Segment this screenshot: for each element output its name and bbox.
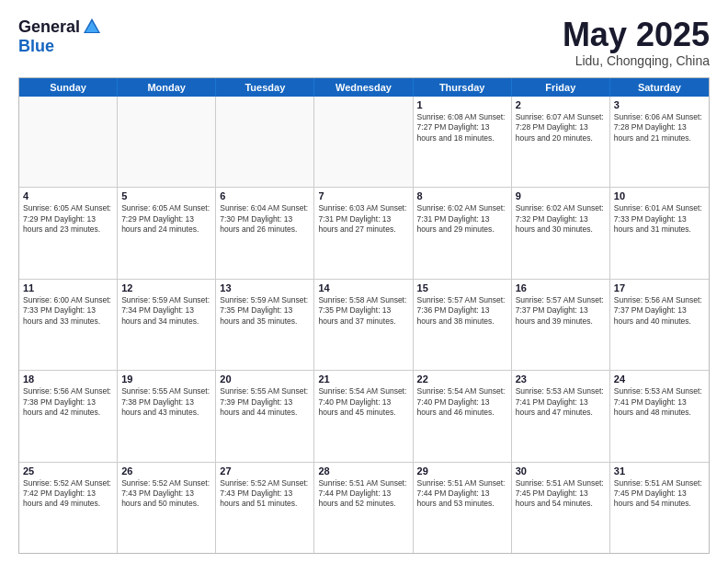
day-number: 11 [23, 282, 113, 293]
table-row: 1Sunrise: 6:08 AM Sunset: 7:27 PM Daylig… [414, 97, 512, 187]
cell-info: Sunrise: 5:51 AM Sunset: 7:45 PM Dayligh… [614, 478, 705, 510]
table-row: 29Sunrise: 5:51 AM Sunset: 7:44 PM Dayli… [414, 463, 512, 553]
month-title: May 2025 [563, 17, 710, 53]
day-number: 9 [516, 190, 606, 201]
day-number: 21 [318, 373, 408, 385]
day-number: 26 [121, 465, 211, 477]
cell-info: Sunrise: 5:57 AM Sunset: 7:37 PM Dayligh… [516, 295, 606, 327]
cell-info: Sunrise: 5:59 AM Sunset: 7:35 PM Dayligh… [220, 295, 310, 327]
dow-saturday: Saturday [610, 78, 709, 97]
day-number: 20 [220, 373, 310, 385]
cell-info: Sunrise: 6:06 AM Sunset: 7:28 PM Dayligh… [614, 112, 705, 144]
day-number: 16 [516, 282, 606, 293]
table-row: 26Sunrise: 5:52 AM Sunset: 7:43 PM Dayli… [118, 463, 216, 553]
table-row: 31Sunrise: 5:51 AM Sunset: 7:45 PM Dayli… [610, 463, 709, 553]
day-number: 31 [614, 465, 705, 477]
cell-info: Sunrise: 6:07 AM Sunset: 7:28 PM Dayligh… [516, 112, 606, 144]
cell-info: Sunrise: 5:52 AM Sunset: 7:43 PM Dayligh… [121, 478, 211, 510]
table-row: 18Sunrise: 5:56 AM Sunset: 7:38 PM Dayli… [19, 371, 118, 461]
dow-monday: Monday [118, 78, 216, 97]
table-row [314, 97, 413, 187]
day-number: 10 [614, 190, 705, 201]
table-row: 7Sunrise: 6:03 AM Sunset: 7:31 PM Daylig… [314, 188, 413, 278]
day-number: 30 [516, 465, 606, 477]
table-row: 8Sunrise: 6:02 AM Sunset: 7:31 PM Daylig… [414, 188, 512, 278]
day-number: 2 [516, 99, 606, 110]
cell-info: Sunrise: 5:57 AM Sunset: 7:36 PM Dayligh… [417, 295, 507, 327]
day-number: 22 [417, 373, 507, 385]
cell-info: Sunrise: 5:59 AM Sunset: 7:34 PM Dayligh… [121, 295, 211, 327]
table-row: 19Sunrise: 5:55 AM Sunset: 7:38 PM Dayli… [118, 371, 216, 461]
day-number: 28 [318, 465, 408, 477]
day-number: 4 [23, 190, 113, 201]
cell-info: Sunrise: 5:51 AM Sunset: 7:45 PM Dayligh… [516, 478, 606, 510]
day-number: 24 [614, 373, 705, 385]
week-row-5: 25Sunrise: 5:52 AM Sunset: 7:42 PM Dayli… [19, 463, 709, 553]
day-number: 3 [614, 99, 705, 110]
table-row: 2Sunrise: 6:07 AM Sunset: 7:28 PM Daylig… [512, 97, 610, 187]
table-row [118, 97, 216, 187]
cell-info: Sunrise: 5:52 AM Sunset: 7:43 PM Dayligh… [220, 478, 310, 510]
table-row: 23Sunrise: 5:53 AM Sunset: 7:41 PM Dayli… [512, 371, 610, 461]
table-row: 13Sunrise: 5:59 AM Sunset: 7:35 PM Dayli… [216, 280, 314, 370]
cell-info: Sunrise: 5:56 AM Sunset: 7:38 PM Dayligh… [23, 386, 113, 418]
cell-info: Sunrise: 6:02 AM Sunset: 7:31 PM Dayligh… [417, 203, 507, 235]
cell-info: Sunrise: 5:58 AM Sunset: 7:35 PM Dayligh… [318, 295, 408, 327]
day-number: 15 [417, 282, 507, 293]
cell-info: Sunrise: 6:01 AM Sunset: 7:33 PM Dayligh… [614, 203, 705, 235]
day-number: 23 [516, 373, 606, 385]
logo-general-text: General [18, 17, 80, 37]
cell-info: Sunrise: 5:54 AM Sunset: 7:40 PM Dayligh… [417, 386, 507, 418]
dow-wednesday: Wednesday [314, 78, 413, 97]
table-row: 5Sunrise: 6:05 AM Sunset: 7:29 PM Daylig… [118, 188, 216, 278]
cell-info: Sunrise: 6:03 AM Sunset: 7:31 PM Dayligh… [318, 203, 408, 235]
cell-info: Sunrise: 6:04 AM Sunset: 7:30 PM Dayligh… [220, 203, 310, 235]
dow-sunday: Sunday [19, 78, 118, 97]
table-row: 28Sunrise: 5:51 AM Sunset: 7:44 PM Dayli… [314, 463, 413, 553]
day-number: 14 [318, 282, 408, 293]
logo-blue-text: Blue [18, 37, 54, 55]
day-number: 13 [220, 282, 310, 293]
dow-tuesday: Tuesday [216, 78, 314, 97]
cell-info: Sunrise: 6:08 AM Sunset: 7:27 PM Dayligh… [417, 112, 507, 144]
dow-friday: Friday [512, 78, 610, 97]
dow-thursday: Thursday [414, 78, 512, 97]
table-row: 3Sunrise: 6:06 AM Sunset: 7:28 PM Daylig… [610, 97, 709, 187]
week-row-3: 11Sunrise: 6:00 AM Sunset: 7:33 PM Dayli… [19, 280, 709, 371]
logo: General Blue [18, 17, 102, 56]
cell-info: Sunrise: 5:53 AM Sunset: 7:41 PM Dayligh… [614, 386, 705, 418]
day-number: 27 [220, 465, 310, 477]
calendar-header: Sunday Monday Tuesday Wednesday Thursday… [19, 78, 709, 97]
day-number: 6 [220, 190, 310, 201]
logo-icon [82, 17, 102, 37]
table-row: 12Sunrise: 5:59 AM Sunset: 7:34 PM Dayli… [118, 280, 216, 370]
cell-info: Sunrise: 5:55 AM Sunset: 7:38 PM Dayligh… [121, 386, 211, 418]
cell-info: Sunrise: 5:54 AM Sunset: 7:40 PM Dayligh… [318, 386, 408, 418]
cell-info: Sunrise: 5:51 AM Sunset: 7:44 PM Dayligh… [318, 478, 408, 510]
day-number: 19 [121, 373, 211, 385]
day-number: 17 [614, 282, 705, 293]
table-row: 10Sunrise: 6:01 AM Sunset: 7:33 PM Dayli… [610, 188, 709, 278]
cell-info: Sunrise: 6:05 AM Sunset: 7:29 PM Dayligh… [121, 203, 211, 235]
table-row: 24Sunrise: 5:53 AM Sunset: 7:41 PM Dayli… [610, 371, 709, 461]
table-row: 15Sunrise: 5:57 AM Sunset: 7:36 PM Dayli… [414, 280, 512, 370]
week-row-1: 1Sunrise: 6:08 AM Sunset: 7:27 PM Daylig… [19, 97, 709, 188]
table-row: 25Sunrise: 5:52 AM Sunset: 7:42 PM Dayli… [19, 463, 118, 553]
cell-info: Sunrise: 5:53 AM Sunset: 7:41 PM Dayligh… [516, 386, 606, 418]
page: General Blue May 2025 Lidu, Chongqing, C… [0, 0, 728, 563]
cell-info: Sunrise: 6:02 AM Sunset: 7:32 PM Dayligh… [516, 203, 606, 235]
cell-info: Sunrise: 6:00 AM Sunset: 7:33 PM Dayligh… [23, 295, 113, 327]
table-row [19, 97, 118, 187]
table-row: 16Sunrise: 5:57 AM Sunset: 7:37 PM Dayli… [512, 280, 610, 370]
table-row: 17Sunrise: 5:56 AM Sunset: 7:37 PM Dayli… [610, 280, 709, 370]
table-row [216, 97, 314, 187]
day-number: 1 [417, 99, 507, 110]
day-number: 29 [417, 465, 507, 477]
calendar-body: 1Sunrise: 6:08 AM Sunset: 7:27 PM Daylig… [19, 97, 709, 553]
location: Lidu, Chongqing, China [563, 53, 710, 68]
title-block: May 2025 Lidu, Chongqing, China [563, 17, 710, 68]
cell-info: Sunrise: 5:52 AM Sunset: 7:42 PM Dayligh… [23, 478, 113, 510]
day-number: 12 [121, 282, 211, 293]
table-row: 27Sunrise: 5:52 AM Sunset: 7:43 PM Dayli… [216, 463, 314, 553]
cell-info: Sunrise: 5:56 AM Sunset: 7:37 PM Dayligh… [614, 295, 705, 327]
